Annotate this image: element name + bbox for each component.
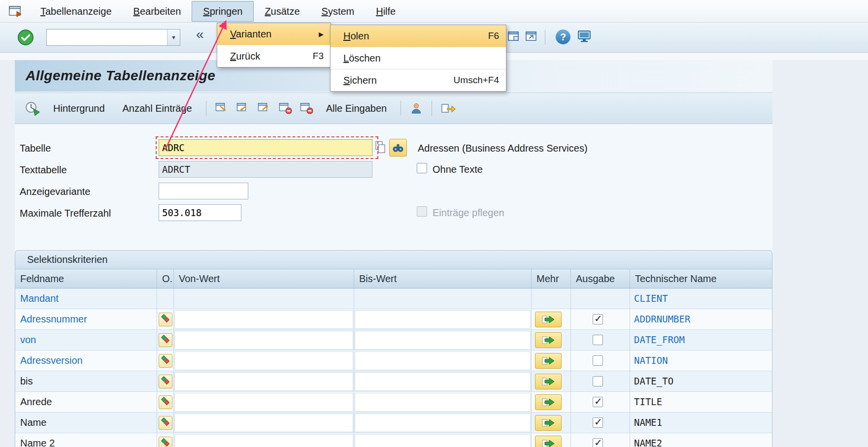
help-icon[interactable]: ? (556, 30, 570, 44)
menu-bar: TabellenanzeigeBearbeitenSpringenZusätze… (0, 0, 868, 23)
output-checkbox[interactable] (593, 376, 603, 386)
eintraege-pflegen-label: Einträge pflegen (433, 207, 504, 219)
field-label: von (15, 330, 157, 350)
selection-option-button[interactable] (159, 354, 172, 368)
column-header: Von-Wert (174, 269, 354, 288)
selection-option-button[interactable] (159, 416, 172, 430)
column-header: Bis-Wert (354, 269, 532, 288)
selection-option-button[interactable] (159, 395, 172, 409)
multiple-selection-button[interactable] (535, 374, 562, 389)
binoculars-icon[interactable] (389, 139, 407, 157)
von-wert-input[interactable] (174, 310, 353, 329)
hintergrund-button[interactable]: Hintergrund (48, 101, 110, 116)
selection-table-body: Mandant CLIENT Adressnummer ADDRNUMBER v… (15, 288, 772, 447)
window-menu-icon[interactable] (8, 4, 23, 18)
tabelle-label: Tabelle (20, 143, 51, 154)
multiple-selection-button[interactable] (535, 353, 562, 369)
menu-item-zurück[interactable]: ZurückF3 (217, 45, 331, 67)
output-checkbox[interactable] (593, 314, 603, 324)
menu-bearbeiten[interactable]: Bearbeiten (123, 0, 192, 22)
export-icon[interactable] (440, 101, 457, 116)
bis-wert-input[interactable] (355, 372, 531, 391)
command-dropdown-icon[interactable]: ▼ (167, 30, 180, 45)
output-checkbox[interactable] (593, 335, 603, 345)
menu-item-holen[interactable]: HolenF6 (331, 25, 506, 47)
field-label: Mandant (15, 288, 157, 309)
tabelle-input[interactable] (159, 139, 372, 156)
table-row: Anrede TITLE (15, 392, 772, 413)
command-field[interactable]: ▼ (46, 29, 180, 46)
multiple-selection-button[interactable] (535, 415, 562, 431)
texttabelle-input[interactable] (159, 161, 372, 178)
menu-item-varianten[interactable]: Varianten▶ (217, 23, 331, 45)
select-fields-icon-2[interactable] (235, 101, 251, 116)
ohne-texte-checkbox[interactable] (417, 163, 427, 173)
von-wert-input[interactable] (174, 372, 353, 391)
bis-wert-input[interactable] (355, 414, 531, 432)
von-wert-input[interactable] (174, 393, 353, 412)
multiple-selection-button[interactable] (535, 332, 562, 348)
command-input[interactable] (47, 30, 167, 45)
output-checkbox[interactable] (593, 417, 603, 428)
bis-wert-input[interactable] (355, 331, 531, 350)
table-row: Mandant CLIENT (15, 288, 772, 309)
selection-option-button[interactable] (159, 437, 172, 447)
springen-menu: Varianten▶ZurückF3 (217, 23, 331, 67)
selection-option-button[interactable] (159, 313, 172, 326)
selection-option-button[interactable] (159, 375, 172, 388)
bis-wert-input[interactable] (355, 351, 531, 370)
menu-hilfe[interactable]: Hilfe (365, 0, 406, 22)
technical-name: CLIENT (630, 288, 772, 309)
copy-icon[interactable] (374, 140, 386, 154)
field-label: Name 2 (15, 433, 157, 447)
table-row: bis DATE_TO (15, 371, 772, 392)
anzahl-eintraege-button[interactable]: Anzahl Einträge (118, 101, 197, 116)
menu-zusätze[interactable]: Zusätze (254, 0, 310, 22)
selektionskriterien-tab[interactable]: Selektionskriterien (15, 250, 772, 269)
technical-name: NAME1 (630, 413, 772, 433)
multiple-selection-button[interactable] (535, 312, 562, 327)
output-checkbox[interactable] (593, 438, 603, 447)
alle-eingaben-button[interactable]: Alle Eingaben (321, 101, 392, 116)
max-trefferzahl-input[interactable] (159, 204, 241, 221)
selection-table-header: FeldnameO.Von-WertBis-WertMehrAusgabeTec… (15, 269, 772, 288)
texttabelle-label: Texttabelle (20, 164, 67, 176)
menu-item-löschen[interactable]: Löschen (331, 47, 506, 69)
column-header: Feldname (15, 269, 157, 288)
multiple-selection-button[interactable] (535, 436, 562, 447)
window-icon-b[interactable] (525, 31, 538, 43)
von-wert-input[interactable] (174, 434, 353, 447)
collapse-toolbar-icon[interactable]: « (196, 27, 204, 42)
von-wert-input[interactable] (174, 414, 353, 432)
von-wert-input[interactable] (174, 351, 353, 370)
menu-item-sichern[interactable]: SichernUmsch+F4 (331, 69, 506, 91)
bis-wert-input[interactable] (355, 393, 531, 412)
clear-selection-icon[interactable] (278, 101, 293, 116)
menu-springen[interactable]: Springen (192, 1, 254, 22)
field-label: bis (15, 371, 157, 391)
output-checkbox[interactable] (593, 397, 603, 407)
von-wert-input[interactable] (174, 331, 353, 350)
select-fields-icon-1[interactable] (214, 101, 230, 116)
anzeigevariante-input[interactable] (159, 183, 248, 199)
enter-button[interactable] (17, 29, 34, 46)
appbar-separator (206, 101, 206, 116)
execute-icon[interactable] (24, 100, 41, 117)
window-icon-a[interactable] (507, 31, 520, 43)
bis-wert-input[interactable] (355, 310, 531, 329)
user-settings-icon[interactable] (409, 101, 424, 116)
select-fields-icon-3[interactable] (257, 101, 272, 116)
appbar-separator-2 (401, 101, 401, 116)
alle-eingaben-icon[interactable] (299, 101, 314, 116)
selection-option-button[interactable] (159, 333, 172, 347)
field-label: Anrede (15, 392, 157, 412)
menu-system[interactable]: System (311, 0, 366, 22)
menu-tabellenanzeige[interactable]: Tabellenanzeige (30, 0, 123, 22)
anzeigevariante-label: Anzeigevariante (20, 186, 90, 197)
field-label: Adressversion (15, 351, 157, 371)
multiple-selection-button[interactable] (535, 394, 562, 410)
new-session-icon[interactable] (577, 30, 591, 43)
table-row: Name NAME1 (15, 413, 772, 433)
output-checkbox[interactable] (593, 355, 603, 366)
bis-wert-input[interactable] (355, 434, 531, 447)
